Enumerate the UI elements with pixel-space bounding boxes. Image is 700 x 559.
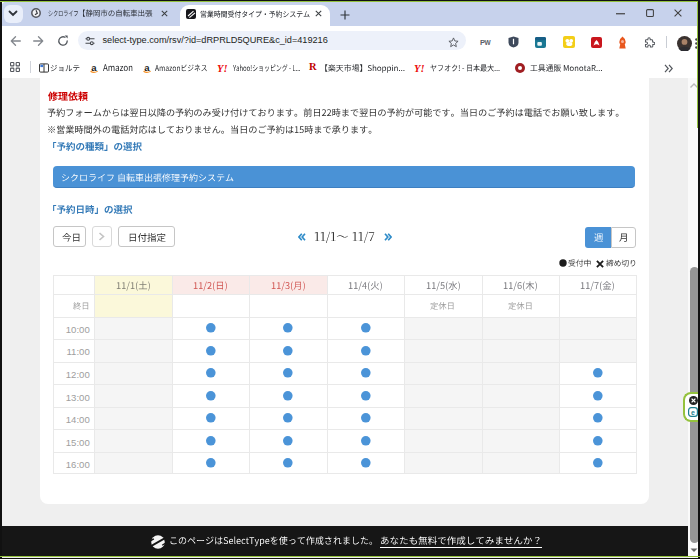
svg-text:Y!: Y! [414, 63, 425, 73]
svg-text:Y!: Y! [217, 63, 228, 73]
svg-text:e: e [691, 409, 695, 416]
